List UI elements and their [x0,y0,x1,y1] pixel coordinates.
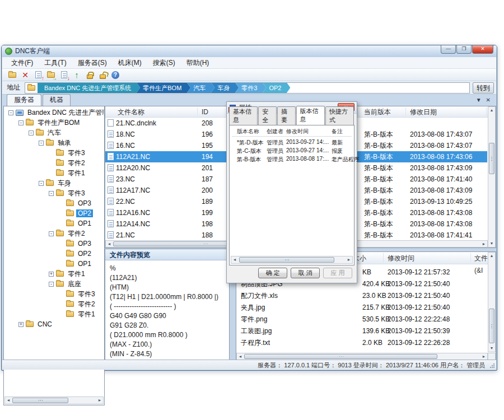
file-list-vscrollbar[interactable]: ▲ ▼ [488,106,496,248]
tree-hscrollbar[interactable]: ◄► [4,396,104,404]
go-button[interactable]: 转到 [473,82,494,94]
version-cell: 2013-09-27 14:... [286,139,329,145]
tree-expander-icon[interactable]: - [29,130,34,136]
tree-expander-icon[interactable]: - [49,282,54,287]
version-column-修改时间[interactable]: 修改时间 [286,128,309,136]
preview-line: % [110,264,116,273]
breadcrumb-segment[interactable]: Bandex DNC 先进生产管理系统 [38,82,140,94]
dialog-button-确定[interactable]: 确 定 [258,268,287,278]
attachment-row-配刀文件.xls[interactable]: 配刀文件.xls23.0 KB2013-09-12 21:50:40 [236,290,487,302]
breadcrumb-segment[interactable]: 车身 [211,82,239,94]
tree-expander-icon[interactable]: - [49,191,54,196]
lock-icon[interactable] [84,70,95,80]
tree-node-OP2[interactable]: OP2 [59,208,93,218]
column-header-attachment[interactable]: 修改时间 [388,252,414,264]
help-icon[interactable]: ? [110,70,121,80]
tab-close-icon[interactable]: ✕ [486,96,491,104]
tree-node-零件2[interactable]: 零件2 [49,158,87,168]
dialog-hscrollbar[interactable]: ◄ ► [231,256,353,264]
file-id: 187 [202,174,213,185]
attachment-time: 2013-09-12 21:57:32 [388,267,450,278]
tree-node-零件1[interactable]: +零件1 [49,269,87,279]
breadcrumb-segment[interactable]: OP2 [262,82,290,94]
tree-node-零件2[interactable]: 零件2 [59,299,97,309]
version-column-备注[interactable]: 备注 [332,128,343,136]
file-version: 第-B-版本 [364,174,393,185]
tree-expander-icon[interactable]: - [18,120,24,125]
panel-tab-服务器[interactable]: 服务器 [7,94,41,106]
menu-item-M[interactable]: 机床(M) [113,57,147,69]
menu-item-S[interactable]: 搜索(S) [147,57,181,69]
dialog-tab-版本信息[interactable]: 版本信息 [296,106,325,125]
tree-expander-icon[interactable]: - [39,141,44,146]
tree-node-OP3[interactable]: OP3 [59,239,93,249]
attachment-row-工装图.jpg[interactable]: 工装图.jpg139.6 KB2013-09-12 21:50:39 [236,325,487,337]
maximize-button[interactable]: ❐ [456,45,472,54]
dialog-button-取消[interactable]: 取 消 [291,268,320,278]
version-column-创建者[interactable]: 创建者 [267,128,283,136]
dialog-button-应用: 应 用 [323,268,352,278]
tree-node-零件生产BOM[interactable]: -零件生产BOM [18,118,81,128]
dialog-tab-快捷方式[interactable]: 快捷方式 [325,106,354,125]
tree-node-零件1[interactable]: 零件1 [59,309,97,319]
tree-node-零件3[interactable]: 零件3 [59,289,97,299]
dialog-tab-摘要[interactable]: 摘要 [277,106,296,125]
dialog-tab-基本信息[interactable]: 基本信息 [229,106,258,125]
breadcrumb-segment[interactable]: 零件3 [235,82,266,94]
column-header-文件名称[interactable]: 文件名称 [118,106,144,118]
tree-node-车身[interactable]: -车身 [39,178,73,188]
tree-node-零件3[interactable]: -零件3 [49,188,87,198]
resize-grip[interactable] [490,363,494,368]
tree-expander-icon[interactable]: - [49,231,54,236]
tree-node-底座[interactable]: -底座 [49,279,83,289]
minimize-button[interactable]: — [441,45,456,54]
breadcrumb[interactable]: Bandex DNC 先进生产管理系统零件生产BOM汽车车身零件3OP2 [25,82,470,94]
tree-node-OP2[interactable]: OP2 [59,249,93,259]
tree-node-OP3[interactable]: OP3 [59,198,93,208]
tree-node-CNC[interactable]: +CNC [18,319,54,329]
tree-node-Bandex DNC 先进生产管理系统[interactable]: -Bandex DNC 先进生产管理系统 [8,108,105,118]
tree-node-零件1[interactable]: 零件1 [49,168,87,178]
column-header-修改日期[interactable]: 修改日期 [410,106,437,118]
check-out-doc-icon[interactable]: ↓ [58,70,69,80]
tree-node-轴承[interactable]: -轴承 [39,138,73,148]
dialog-tab-安全[interactable]: 安全 [258,106,277,125]
folder-icon [46,180,54,186]
menu-item-T[interactable]: 工具(T) [39,57,72,69]
delete-icon[interactable]: ✕ [20,70,31,80]
attachment-row-子程序.txt[interactable]: 子程序.txt2.0 KB2013-09-12 22:26:28 [236,337,487,349]
breadcrumb-segment[interactable]: 汽车 [186,82,214,94]
tree-expander-icon[interactable]: - [8,110,13,115]
new-folder-icon[interactable] [7,70,18,80]
title-bar[interactable]: DNC客户端 —❐✕ [2,45,497,57]
window-title: DNC客户端 [15,46,50,56]
attachment-vscrollbar[interactable]: ▲ ▼ [488,252,496,352]
breadcrumb-segment[interactable]: 零件生产BOM [136,82,190,94]
tree-node-OP1[interactable]: OP1 [59,259,93,269]
tab-dropdown-icon[interactable]: ▼ [476,96,482,104]
unlock-icon[interactable] [97,70,108,80]
check-in-doc-icon[interactable]: ↑ [32,70,44,80]
version-column-版本名称[interactable]: 版本名称 [237,128,259,136]
menu-item-H[interactable]: 帮助(H) [181,57,215,69]
tree-node-零件2[interactable]: -零件2 [49,228,87,239]
tree-node-汽车[interactable]: -汽车 [29,128,63,138]
file-date: 2013-08-08 17:43:09 [410,185,472,196]
tree-node-label: 底座 [66,279,83,289]
menu-item-S[interactable]: 服务器(S) [72,57,113,69]
column-header-ID[interactable]: ID [202,106,208,118]
attachment-row-零件.png[interactable]: 零件.png530.5 KB2013-09-12 22:22:48 [236,314,487,325]
column-header-当前版本[interactable]: 当前版本 [364,106,391,118]
attachment-row-夹具.jpg[interactable]: 夹具.jpg215.7 KB2013-09-12 21:50:40 [236,302,487,314]
tree-node-OP1[interactable]: OP1 [59,218,93,228]
import-folder-icon[interactable]: → [45,70,57,80]
tree-node-零件3[interactable]: 零件3 [49,148,87,158]
panel-tab-机器[interactable]: 机器 [43,94,71,106]
attachment-time: 2013-09-12 22:22:48 [388,314,450,325]
menu-item-F[interactable]: 文件(F) [6,57,39,69]
close-button[interactable]: ✕ [472,45,493,54]
tree-expander-icon[interactable]: + [49,272,54,277]
upload-arrow-icon[interactable]: ↑ [71,70,82,80]
tree-expander-icon[interactable]: + [18,322,24,327]
tree-expander-icon[interactable]: - [39,181,44,186]
